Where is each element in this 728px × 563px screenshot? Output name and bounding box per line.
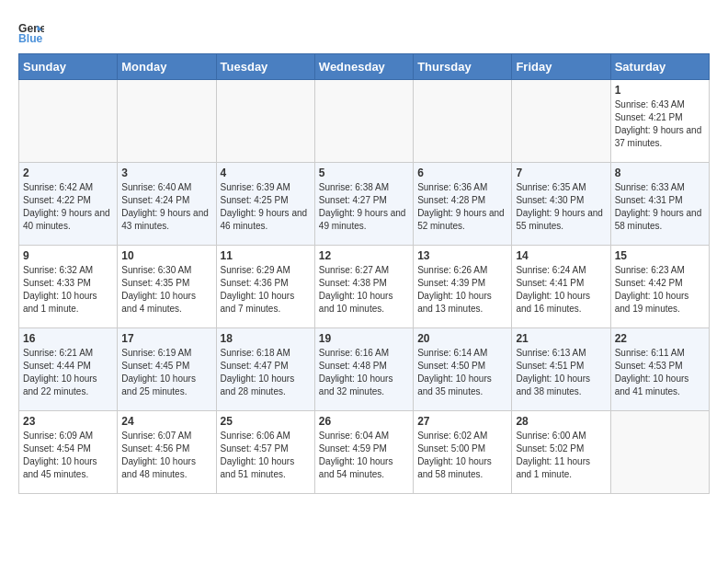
calendar-cell: 17Sunrise: 6:19 AM Sunset: 4:45 PM Dayli… [118, 328, 216, 411]
header: General Blue [18, 18, 710, 44]
calendar-cell: 28Sunrise: 6:00 AM Sunset: 5:02 PM Dayli… [512, 411, 610, 494]
day-info: Sunrise: 6:09 AM Sunset: 4:54 PM Dayligh… [23, 430, 113, 481]
day-info: Sunrise: 6:30 AM Sunset: 4:35 PM Dayligh… [121, 264, 211, 316]
calendar-cell: 24Sunrise: 6:07 AM Sunset: 4:56 PM Dayli… [118, 411, 216, 494]
calendar-cell: 25Sunrise: 6:06 AM Sunset: 4:57 PM Dayli… [216, 411, 314, 494]
day-info: Sunrise: 6:36 AM Sunset: 4:28 PM Dayligh… [417, 181, 507, 233]
day-info: Sunrise: 6:32 AM Sunset: 4:33 PM Dayligh… [23, 264, 113, 316]
calendar-cell: 11Sunrise: 6:29 AM Sunset: 4:36 PM Dayli… [216, 246, 314, 328]
calendar-cell: 22Sunrise: 6:11 AM Sunset: 4:53 PM Dayli… [610, 328, 709, 411]
calendar-cell: 13Sunrise: 6:26 AM Sunset: 4:39 PM Dayli… [414, 246, 512, 328]
day-number: 14 [516, 249, 606, 262]
day-info: Sunrise: 6:04 AM Sunset: 4:59 PM Dayligh… [319, 430, 409, 481]
day-info: Sunrise: 6:18 AM Sunset: 4:47 PM Dayligh… [221, 347, 311, 398]
day-number: 15 [615, 249, 705, 262]
week-row-4: 16Sunrise: 6:21 AM Sunset: 4:44 PM Dayli… [19, 328, 710, 411]
week-row-5: 23Sunrise: 6:09 AM Sunset: 4:54 PM Dayli… [19, 411, 710, 494]
day-number: 18 [221, 332, 311, 345]
day-number: 17 [121, 332, 211, 345]
weekday-header-saturday: Saturday [610, 54, 709, 80]
day-info: Sunrise: 6:29 AM Sunset: 4:36 PM Dayligh… [221, 264, 311, 316]
day-info: Sunrise: 6:14 AM Sunset: 4:50 PM Dayligh… [417, 347, 507, 398]
calendar-cell [414, 80, 512, 163]
day-info: Sunrise: 6:00 AM Sunset: 5:02 PM Dayligh… [516, 430, 606, 481]
day-number: 1 [615, 84, 705, 97]
day-number: 24 [121, 415, 211, 428]
day-info: Sunrise: 6:06 AM Sunset: 4:57 PM Dayligh… [221, 430, 311, 481]
calendar-cell: 15Sunrise: 6:23 AM Sunset: 4:42 PM Dayli… [610, 246, 709, 328]
day-info: Sunrise: 6:19 AM Sunset: 4:45 PM Dayligh… [121, 347, 211, 398]
calendar-cell: 8Sunrise: 6:33 AM Sunset: 4:31 PM Daylig… [610, 163, 709, 246]
calendar-cell [19, 80, 118, 163]
day-info: Sunrise: 6:21 AM Sunset: 4:44 PM Dayligh… [23, 347, 113, 398]
day-number: 8 [615, 167, 705, 179]
logo: General Blue [18, 18, 44, 44]
day-number: 25 [221, 415, 311, 428]
calendar-cell: 3Sunrise: 6:40 AM Sunset: 4:24 PM Daylig… [118, 163, 216, 246]
day-info: Sunrise: 6:40 AM Sunset: 4:24 PM Dayligh… [121, 181, 211, 233]
day-number: 26 [319, 415, 409, 428]
day-number: 13 [417, 249, 507, 262]
day-number: 19 [319, 332, 409, 345]
calendar-cell: 16Sunrise: 6:21 AM Sunset: 4:44 PM Dayli… [19, 328, 118, 411]
weekday-header-monday: Monday [118, 54, 216, 80]
calendar-cell: 10Sunrise: 6:30 AM Sunset: 4:35 PM Dayli… [118, 246, 216, 328]
weekday-header-friday: Friday [512, 54, 610, 80]
calendar-cell: 1Sunrise: 6:43 AM Sunset: 4:21 PM Daylig… [610, 80, 709, 163]
day-number: 10 [121, 249, 211, 262]
day-number: 21 [516, 332, 606, 345]
calendar-cell: 2Sunrise: 6:42 AM Sunset: 4:22 PM Daylig… [19, 163, 118, 246]
day-number: 5 [319, 167, 409, 179]
weekday-header-row: SundayMondayTuesdayWednesdayThursdayFrid… [19, 54, 710, 80]
day-info: Sunrise: 6:26 AM Sunset: 4:39 PM Dayligh… [417, 264, 507, 316]
weekday-header-sunday: Sunday [19, 54, 118, 80]
calendar-cell: 14Sunrise: 6:24 AM Sunset: 4:41 PM Dayli… [512, 246, 610, 328]
day-number: 12 [319, 249, 409, 262]
day-info: Sunrise: 6:23 AM Sunset: 4:42 PM Dayligh… [615, 264, 705, 316]
calendar-cell: 23Sunrise: 6:09 AM Sunset: 4:54 PM Dayli… [19, 411, 118, 494]
day-info: Sunrise: 6:11 AM Sunset: 4:53 PM Dayligh… [615, 347, 705, 398]
day-number: 3 [121, 167, 211, 179]
calendar-cell: 5Sunrise: 6:38 AM Sunset: 4:27 PM Daylig… [314, 163, 413, 246]
day-number: 9 [23, 249, 113, 262]
calendar-cell: 18Sunrise: 6:18 AM Sunset: 4:47 PM Dayli… [216, 328, 314, 411]
calendar-cell: 6Sunrise: 6:36 AM Sunset: 4:28 PM Daylig… [414, 163, 512, 246]
week-row-3: 9Sunrise: 6:32 AM Sunset: 4:33 PM Daylig… [19, 246, 710, 328]
calendar-cell: 20Sunrise: 6:14 AM Sunset: 4:50 PM Dayli… [414, 328, 512, 411]
calendar-table: SundayMondayTuesdayWednesdayThursdayFrid… [18, 53, 710, 494]
day-info: Sunrise: 6:42 AM Sunset: 4:22 PM Dayligh… [23, 181, 113, 233]
day-number: 16 [23, 332, 113, 345]
calendar-cell [512, 80, 610, 163]
day-info: Sunrise: 6:39 AM Sunset: 4:25 PM Dayligh… [221, 181, 311, 233]
svg-text:Blue: Blue [18, 32, 43, 44]
calendar-cell [118, 80, 216, 163]
calendar-cell: 12Sunrise: 6:27 AM Sunset: 4:38 PM Dayli… [314, 246, 413, 328]
calendar-cell: 7Sunrise: 6:35 AM Sunset: 4:30 PM Daylig… [512, 163, 610, 246]
day-info: Sunrise: 6:13 AM Sunset: 4:51 PM Dayligh… [516, 347, 606, 398]
calendar-cell: 26Sunrise: 6:04 AM Sunset: 4:59 PM Dayli… [314, 411, 413, 494]
day-info: Sunrise: 6:07 AM Sunset: 4:56 PM Dayligh… [121, 430, 211, 481]
day-info: Sunrise: 6:43 AM Sunset: 4:21 PM Dayligh… [615, 98, 705, 150]
day-number: 2 [23, 167, 113, 179]
day-info: Sunrise: 6:38 AM Sunset: 4:27 PM Dayligh… [319, 181, 409, 233]
day-number: 7 [516, 167, 606, 179]
day-info: Sunrise: 6:02 AM Sunset: 5:00 PM Dayligh… [417, 430, 507, 481]
day-info: Sunrise: 6:27 AM Sunset: 4:38 PM Dayligh… [319, 264, 409, 316]
day-info: Sunrise: 6:33 AM Sunset: 4:31 PM Dayligh… [615, 181, 705, 233]
calendar-cell: 19Sunrise: 6:16 AM Sunset: 4:48 PM Dayli… [314, 328, 413, 411]
day-number: 4 [221, 167, 311, 179]
day-number: 22 [615, 332, 705, 345]
calendar-cell: 9Sunrise: 6:32 AM Sunset: 4:33 PM Daylig… [19, 246, 118, 328]
calendar-cell: 27Sunrise: 6:02 AM Sunset: 5:00 PM Dayli… [414, 411, 512, 494]
calendar-cell [216, 80, 314, 163]
calendar-cell [314, 80, 413, 163]
day-info: Sunrise: 6:16 AM Sunset: 4:48 PM Dayligh… [319, 347, 409, 398]
day-number: 6 [417, 167, 507, 179]
day-info: Sunrise: 6:35 AM Sunset: 4:30 PM Dayligh… [516, 181, 606, 233]
calendar-cell: 4Sunrise: 6:39 AM Sunset: 4:25 PM Daylig… [216, 163, 314, 246]
week-row-2: 2Sunrise: 6:42 AM Sunset: 4:22 PM Daylig… [19, 163, 710, 246]
day-number: 27 [417, 415, 507, 428]
day-number: 11 [221, 249, 311, 262]
weekday-header-tuesday: Tuesday [216, 54, 314, 80]
week-row-1: 1Sunrise: 6:43 AM Sunset: 4:21 PM Daylig… [19, 80, 710, 163]
